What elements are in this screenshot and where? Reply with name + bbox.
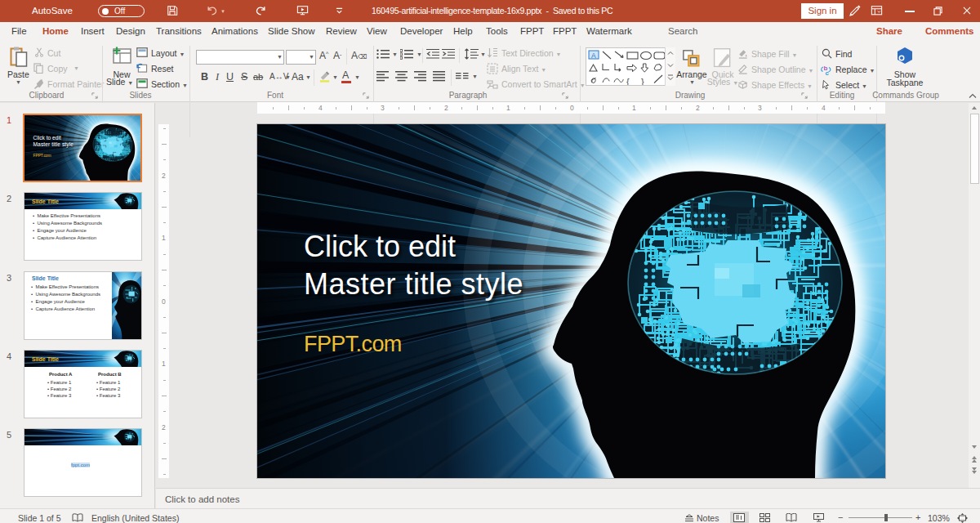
svg-text:FPPT.com: FPPT.com: [33, 153, 51, 158]
svg-text:Click to edit: Click to edit: [304, 230, 456, 263]
svg-text:Master title style: Master title style: [304, 267, 523, 301]
svg-text:Click to edit: Click to edit: [33, 135, 61, 141]
svg-text:}: }: [641, 77, 644, 85]
svg-text:Master title style: Master title style: [33, 141, 74, 148]
svg-text:{: {: [626, 77, 630, 85]
svg-text:A: A: [591, 51, 596, 60]
svg-text:FPPT.com: FPPT.com: [304, 332, 402, 356]
